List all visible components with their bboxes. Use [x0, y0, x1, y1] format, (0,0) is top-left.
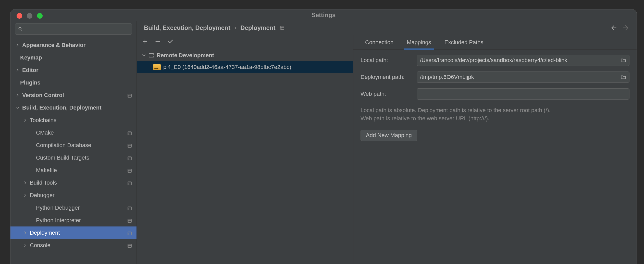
sidebar-item-keymap[interactable]: Keymap	[10, 51, 137, 64]
sidebar-item-label: Editor	[22, 67, 39, 74]
deployment-path-input[interactable]	[420, 74, 618, 80]
server-group-icon	[148, 53, 154, 58]
project-scope-icon	[127, 143, 132, 148]
add-mapping-button[interactable]: Add New Mapping	[361, 130, 417, 141]
servers-toolbar	[137, 35, 353, 48]
project-scope-icon	[127, 168, 132, 173]
settings-search-input[interactable]	[25, 26, 129, 32]
local-path-input[interactable]	[420, 57, 618, 64]
window-title: Settings	[312, 11, 336, 19]
web-path-field[interactable]	[417, 88, 629, 100]
tab-mappings[interactable]: Mappings	[400, 35, 438, 49]
sidebar-item-python-interpreter[interactable]: Python Interpreter	[10, 214, 137, 226]
sidebar-item-label: CMake	[36, 129, 54, 136]
project-scope-icon	[280, 26, 284, 30]
chevron-down-icon	[15, 105, 20, 110]
server-item[interactable]: SFTP pi4_E0 (1640add2-46aa-4737-aa1a-98b…	[137, 61, 353, 73]
sidebar-item-appearance-behavior[interactable]: Appearance & Behavior	[10, 39, 137, 51]
server-group-label: Remote Development	[157, 52, 214, 59]
sidebar-item-label: Toolchains	[30, 117, 56, 124]
breadcrumb-parent[interactable]: Build, Execution, Deployment	[144, 24, 230, 31]
remove-server-button[interactable]	[154, 38, 161, 45]
breadcrumb-sep: ›	[234, 25, 236, 31]
minimize-window-button[interactable]	[27, 13, 32, 19]
chevron-right-icon	[15, 93, 20, 98]
chevron-right-icon	[23, 180, 28, 185]
server-group-row[interactable]: Remote Development	[137, 50, 353, 61]
sidebar-item-label: Build Tools	[30, 179, 57, 186]
details-panel: ConnectionMappingsExcluded Paths Local p…	[353, 35, 637, 264]
sidebar-item-label: Custom Build Targets	[36, 154, 89, 161]
project-scope-icon	[127, 218, 132, 223]
sidebar-item-label: Deployment	[30, 230, 60, 236]
servers-tree: Remote Development SFTP pi4_E0 (1640add2…	[137, 48, 353, 264]
settings-main: Build, Execution, Deployment › Deploymen…	[137, 21, 637, 264]
settings-sidebar: Appearance & BehaviorKeymapEditorPlugins…	[10, 21, 137, 264]
sidebar-item-debugger[interactable]: Debugger	[10, 189, 137, 201]
sidebar-item-makefile[interactable]: Makefile	[10, 164, 137, 176]
servers-panel: Remote Development SFTP pi4_E0 (1640add2…	[137, 35, 353, 264]
project-scope-icon	[127, 155, 132, 160]
sidebar-item-label: Python Debugger	[36, 205, 80, 211]
sidebar-item-label: Python Interpreter	[36, 217, 81, 224]
sidebar-item-toolchains[interactable]: Toolchains	[10, 114, 137, 126]
project-scope-icon	[127, 181, 132, 185]
browse-local-button[interactable]	[621, 57, 626, 63]
project-scope-icon	[127, 231, 132, 235]
sidebar-item-custom-build-targets[interactable]: Custom Build Targets	[10, 151, 137, 164]
settings-window: Settings Appearance & BehaviorKeymapEdit…	[10, 9, 637, 264]
sidebar-item-label: Version Control	[22, 92, 64, 99]
chevron-right-icon	[23, 193, 28, 198]
tab-excluded-paths[interactable]: Excluded Paths	[438, 35, 490, 49]
tab-connection[interactable]: Connection	[358, 35, 400, 49]
sidebar-item-build-execution-deployment[interactable]: Build, Execution, Deployment	[10, 101, 137, 114]
browse-deployment-button[interactable]	[621, 74, 626, 80]
zoom-window-button[interactable]	[37, 13, 43, 19]
sidebar-item-plugins[interactable]: Plugins	[10, 76, 137, 89]
set-default-button[interactable]	[167, 38, 174, 45]
project-scope-icon	[127, 130, 132, 135]
chevron-right-icon	[23, 230, 28, 235]
chevron-right-icon	[15, 68, 20, 73]
sidebar-item-label: Keymap	[20, 54, 42, 61]
chevron-right-icon	[23, 243, 28, 248]
sidebar-item-editor[interactable]: Editor	[10, 64, 137, 76]
chevron-down-icon	[141, 53, 146, 58]
nav-forward-button	[623, 25, 629, 31]
web-path-label: Web path:	[361, 91, 417, 97]
titlebar: Settings	[10, 9, 637, 21]
project-scope-icon	[127, 243, 132, 248]
mappings-form: Local path: Deployment path:	[353, 50, 637, 146]
sidebar-item-label: Makefile	[36, 167, 57, 174]
sidebar-item-label: Console	[30, 242, 51, 249]
sidebar-item-python-debugger[interactable]: Python Debugger	[10, 201, 137, 214]
project-scope-icon	[127, 206, 132, 210]
sidebar-item-console[interactable]: Console	[10, 239, 137, 251]
sidebar-item-compilation-database[interactable]: Compilation Database	[10, 139, 137, 151]
sidebar-item-build-tools[interactable]: Build Tools	[10, 176, 137, 189]
close-window-button[interactable]	[17, 13, 22, 19]
web-path-input[interactable]	[420, 91, 626, 97]
nav-back-button[interactable]	[610, 25, 617, 31]
chevron-right-icon	[23, 118, 28, 123]
sidebar-item-deployment[interactable]: Deployment	[10, 226, 137, 239]
sidebar-item-label: Plugins	[20, 79, 40, 86]
server-item-label: pi4_E0 (1640add2-46aa-4737-aa1a-98bfbc7e…	[163, 64, 291, 70]
settings-search[interactable]	[15, 23, 132, 35]
deployment-path-field[interactable]	[417, 71, 629, 83]
chevron-right-icon	[15, 43, 20, 48]
sidebar-item-label: Appearance & Behavior	[22, 42, 85, 49]
details-tabs: ConnectionMappingsExcluded Paths	[353, 35, 637, 50]
window-controls	[17, 13, 43, 19]
breadcrumb-current: Deployment	[240, 24, 275, 31]
mappings-hint: Local path is absolute. Deployment path …	[361, 106, 629, 123]
sftp-icon: SFTP	[153, 64, 161, 70]
local-path-field[interactable]	[417, 55, 629, 66]
add-server-button[interactable]	[141, 38, 148, 45]
sidebar-item-version-control[interactable]: Version Control	[10, 89, 137, 101]
sidebar-item-cmake[interactable]: CMake	[10, 126, 137, 139]
sidebar-item-label: Build, Execution, Deployment	[22, 104, 101, 111]
settings-tree: Appearance & BehaviorKeymapEditorPlugins…	[10, 37, 137, 264]
sidebar-item-label: Debugger	[30, 192, 55, 199]
sidebar-item-label: Compilation Database	[36, 142, 91, 149]
